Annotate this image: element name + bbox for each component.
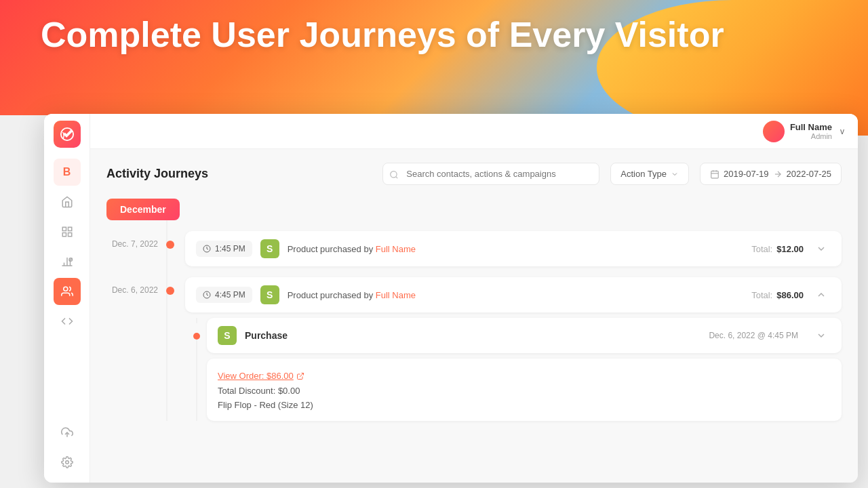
entry-dot [166, 241, 174, 249]
page-body: Activity Journeys Action Type [90, 149, 858, 483]
entry-total: Total: $12.00 [751, 244, 804, 254]
shopify-icon: S [260, 285, 279, 304]
entry-dot [166, 287, 174, 295]
entry-content: 1:45 PM S Product purchased by Full Name… [185, 231, 842, 266]
entry-card: 4:45 PM S Product purchased by Full Name… [185, 277, 842, 312]
expanded-area: S Purchase Dec. 6, 2022 @ 4:45 PM [185, 318, 842, 421]
entry-card: 1:45 PM S Product purchased by Full Name… [185, 231, 842, 266]
date-range-filter[interactable]: 2019-07-19 2022-07-25 [700, 163, 842, 185]
time-badge: 4:45 PM [196, 287, 252, 303]
view-order-link[interactable]: View Order: $86.00 [218, 371, 304, 381]
sidebar-item-grid[interactable] [54, 218, 81, 245]
expand-chevron[interactable] [812, 239, 831, 258]
sidebar-item-code[interactable] [54, 308, 81, 335]
user-dropdown-chevron[interactable]: v [840, 127, 844, 136]
entry-date: Dec. 7, 2022 [106, 231, 166, 249]
svg-rect-3 [68, 233, 71, 237]
page-title: Activity Journeys [106, 167, 208, 181]
user-role: Admin [790, 132, 832, 140]
purchase-date: Dec. 6, 2022 @ 4:45 PM [709, 331, 798, 340]
svg-point-13 [65, 461, 68, 464]
search-icon [389, 168, 399, 179]
sidebar-logo[interactable]: ) [54, 121, 81, 148]
svg-rect-2 [68, 227, 71, 230]
contact-link[interactable]: Full Name [376, 290, 416, 300]
page-header: Activity Journeys Action Type [106, 163, 842, 185]
svg-line-23 [300, 373, 304, 377]
sidebar-item-people[interactable] [54, 278, 81, 305]
time-badge: 1:45 PM [196, 241, 252, 257]
detail-product-row: Flip Flop - Red (Size 12) [218, 400, 831, 410]
collapse-chevron[interactable] [812, 285, 831, 304]
app-window: ) B [44, 114, 858, 483]
svg-point-14 [391, 171, 397, 177]
main-content: Full Name Admin v Activity Journeys [90, 114, 858, 483]
svg-text:): ) [62, 131, 64, 139]
user-text: Full Name Admin [790, 122, 832, 140]
search-input[interactable] [382, 163, 599, 185]
action-type-filter[interactable]: Action Type [610, 163, 689, 185]
sidebar-item-home[interactable] [54, 188, 81, 216]
svg-rect-16 [711, 171, 719, 178]
hero-title: Complete User Journeys of Every Visitor [41, 14, 724, 56]
sidebar-item-b[interactable]: B [54, 159, 81, 186]
entry-description: Product purchased by Full Name [288, 290, 743, 300]
journey-entry: Dec. 6, 2022 4:45 PM S [106, 277, 842, 421]
detail-discount-row: Total Discount: $0.00 [218, 386, 831, 396]
purchase-label: Purchase [245, 330, 288, 341]
sidebar-bottom [54, 419, 81, 476]
shopify-icon: S [260, 239, 279, 258]
entry-date: Dec. 6, 2022 [106, 277, 166, 295]
entry-description: Product purchased by Full Name [288, 244, 743, 254]
header: Full Name Admin v [90, 114, 858, 149]
svg-rect-4 [62, 233, 66, 237]
search-box [382, 163, 599, 185]
purchase-detail-card: View Order: $86.00 [207, 359, 842, 421]
contact-link[interactable]: Full Name [376, 244, 416, 254]
entry-content: 4:45 PM S Product purchased by Full Name… [185, 277, 842, 421]
purchase-header: S Purchase Dec. 6, 2022 @ 4:45 PM [207, 318, 842, 353]
sidebar-item-settings[interactable] [54, 449, 81, 476]
sidebar-item-upload[interactable] [54, 419, 81, 446]
journey-entry: Dec. 7, 2022 1:45 PM S [106, 231, 842, 266]
shopify-icon: S [218, 326, 237, 345]
purchase-expand-chevron[interactable] [812, 326, 831, 345]
svg-rect-1 [62, 227, 66, 230]
sidebar: ) B [44, 114, 90, 483]
timeline: December Dec. 7, 2022 1:45 PM [106, 199, 842, 421]
month-badge: December [106, 199, 180, 220]
user-info[interactable]: Full Name Admin v [763, 121, 844, 142]
avatar [763, 121, 785, 142]
expanded-dot [193, 333, 200, 340]
svg-point-11 [63, 287, 67, 291]
user-name: Full Name [790, 122, 832, 132]
sidebar-item-chart[interactable] [54, 248, 81, 275]
svg-line-15 [396, 176, 398, 178]
entry-total: Total: $86.00 [751, 290, 804, 300]
